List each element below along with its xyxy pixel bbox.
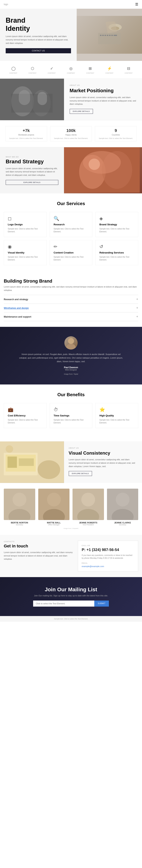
benefit-title-1: Cost Efficiency bbox=[8, 414, 42, 417]
testimonial-avatar-placeholder bbox=[64, 336, 78, 349]
contact-label: CONTACTS bbox=[4, 540, 74, 542]
svg-point-21 bbox=[89, 159, 100, 170]
footer-text: Sample text. Click to select the Test El… bbox=[4, 618, 138, 620]
team-section: BERTIE NORTON Secretary MATTIE BALL Offi… bbox=[0, 483, 142, 535]
team-photo-placeholder-1 bbox=[4, 489, 35, 520]
team-svg-2 bbox=[38, 489, 70, 520]
accordion-plus-1: + bbox=[136, 297, 138, 301]
svg-rect-6 bbox=[111, 35, 113, 36]
contact-title: Get in touch bbox=[4, 544, 74, 549]
mailing-title: Join Our Mailing List bbox=[4, 587, 138, 593]
hero-title: Brand Identity bbox=[6, 16, 71, 32]
benefit-title-3: High Quality bbox=[100, 414, 134, 417]
building-description: Lorem ipsum dolor sit amet, consectetur … bbox=[4, 285, 138, 292]
brand-strategy-cta-button[interactable]: EXPLORE DETAILS bbox=[6, 180, 58, 185]
benefit-card-1: 💼 Cost Efficiency Sample text. Click to … bbox=[4, 403, 47, 428]
mailing-email-input[interactable] bbox=[33, 600, 94, 607]
svg-rect-28 bbox=[19, 459, 34, 466]
visual-consistency-cta-button[interactable]: EXPLORE DETAILS bbox=[69, 471, 92, 476]
icon-item-6[interactable]: ⚡ CONTENT bbox=[106, 65, 113, 74]
accordion-item-3[interactable]: Maintenance and support + bbox=[4, 312, 138, 321]
brand-strategy-image-svg bbox=[64, 147, 140, 193]
svg-rect-15 bbox=[19, 90, 30, 105]
icon-item-7[interactable]: ⊟ CONTENT bbox=[124, 65, 133, 74]
about-title: Market Positioning bbox=[70, 88, 137, 94]
team-member-1: BERTIE NORTON Secretary bbox=[4, 489, 35, 526]
team-svg-1 bbox=[4, 489, 35, 520]
services-section: Our Services ◻ Logo Design Sample text. … bbox=[0, 193, 142, 273]
team-member-4: JENNIE CLARKE Secretary bbox=[107, 489, 138, 526]
team-grid: BERTIE NORTON Secretary MATTIE BALL Offi… bbox=[4, 489, 138, 526]
team-role-3: Vice President bbox=[73, 524, 104, 526]
brand-strategy-description: Lorem ipsum dolor sit amet, consectetur … bbox=[6, 167, 58, 177]
svg-rect-16 bbox=[38, 92, 47, 105]
team-role-1: Secretary bbox=[4, 524, 35, 526]
icon-item-1[interactable]: ◯ CONTENT bbox=[9, 65, 18, 74]
stat-value-1: +7k bbox=[7, 128, 45, 133]
stat-item-3: 9 Countries Sample text. Click to select… bbox=[95, 126, 137, 142]
content-icon-6: ⚡ bbox=[106, 65, 112, 71]
service-title-3: Brand Strategy bbox=[100, 223, 134, 226]
about-cta-button[interactable]: EXPLORE DETAILS bbox=[70, 109, 93, 114]
hamburger-menu-icon[interactable]: ☰ bbox=[135, 2, 138, 6]
icon-item-2[interactable]: ⬡ CONTENT bbox=[29, 65, 36, 74]
testimonial-avatar bbox=[64, 336, 78, 349]
company-icon: ◎ bbox=[68, 65, 74, 71]
visual-consistency-section: ABOUT US Visual Consistency Lorem ipsum … bbox=[0, 441, 142, 483]
content-icon-5: ⊞ bbox=[87, 65, 93, 71]
high-quality-icon: ⭐ bbox=[100, 407, 134, 412]
content-icon-3: ✓ bbox=[49, 65, 55, 71]
contact-section: CONTACTS Get in touch Lorem ipsum dolor … bbox=[0, 535, 142, 577]
team-photo-placeholder-2 bbox=[38, 489, 70, 520]
testimonial-title: Web Designer bbox=[65, 369, 77, 371]
stat-value-2: 100k bbox=[52, 128, 90, 133]
svg-point-30 bbox=[6, 445, 13, 453]
stat-label-3: Countries bbox=[97, 134, 135, 136]
svg-point-22 bbox=[68, 338, 74, 344]
about-image-placeholder bbox=[0, 79, 64, 120]
service-desc-1: Sample text. Click to select the Test El… bbox=[8, 227, 42, 233]
email-label: EMAIL bbox=[82, 562, 135, 564]
stat-label-2: Happy clients bbox=[52, 134, 90, 136]
time-savings-icon: ⏱ bbox=[54, 407, 88, 412]
accordion-item-1[interactable]: Research and strategy + bbox=[4, 295, 138, 304]
svg-rect-5 bbox=[109, 35, 111, 36]
about-label: ABOUT US bbox=[70, 84, 137, 86]
service-title-1: Logo Design bbox=[8, 223, 42, 226]
contact-email: example@example.com bbox=[82, 565, 135, 567]
service-card-1: ◻ Logo Design Sample text. Click to sele… bbox=[4, 212, 47, 237]
visual-image-svg bbox=[0, 441, 64, 483]
stat-desc-3: Sample text. Click to select the Test El… bbox=[97, 137, 135, 139]
accordion-item-2[interactable]: Wireframes and design + bbox=[4, 304, 138, 312]
stats-section: +7k Worldwide projects Sample text. Clic… bbox=[0, 120, 142, 147]
content-creation-icon: ✏ bbox=[54, 244, 88, 249]
testimonial-section: Vorem ipsum pulvinar, mi sod. Feugiat di… bbox=[0, 327, 142, 384]
icons-row: ◯ CONTENT ⬡ CONTENT ✓ CONTENT ◎ COMPANY … bbox=[0, 61, 142, 79]
phone-number: P: +1 (324) 987-56-54 bbox=[82, 548, 135, 552]
content-icon-2: ⬡ bbox=[30, 65, 36, 71]
service-title-6: Rebranding Services bbox=[100, 251, 134, 254]
accordion-label-2: Wireframes and design bbox=[4, 307, 29, 309]
accordion-plus-2: + bbox=[136, 306, 138, 310]
hero-cta-button[interactable]: CONTACT US bbox=[6, 48, 71, 53]
icon-item-5[interactable]: ⊞ CONTENT bbox=[86, 65, 94, 74]
svg-rect-27 bbox=[7, 457, 17, 468]
benefit-title-2: Time Savings bbox=[54, 414, 88, 417]
services-title: Our Services bbox=[4, 201, 138, 206]
icon-item-3[interactable]: ✓ CONTENT bbox=[48, 65, 56, 74]
benefit-card-2: ⏱ Time Savings Sample text. Click to sel… bbox=[50, 403, 92, 428]
visual-identity-icon: ◉ bbox=[8, 244, 42, 249]
brand-what-label: WHAT WE DO bbox=[6, 156, 58, 158]
rebranding-icon: ↺ bbox=[100, 244, 134, 249]
logo-design-icon: ◻ bbox=[8, 216, 42, 221]
team-photo-2 bbox=[38, 489, 70, 520]
stat-value-3: 9 bbox=[97, 128, 135, 133]
service-card-4: ◉ Visual Identity Sample text. Click to … bbox=[4, 240, 47, 265]
team-name-3: JENNIE ROBERTS bbox=[73, 522, 104, 524]
team-role-2: Office Manager bbox=[38, 524, 70, 526]
svg-rect-3 bbox=[105, 35, 106, 36]
icon-item-4[interactable]: ◎ COMPANY bbox=[67, 65, 75, 74]
service-desc-3: Sample text. Click to select the Test El… bbox=[100, 227, 134, 233]
about-description: Lorem ipsum dolor sit amet, consectetur … bbox=[70, 96, 137, 106]
mailing-submit-button[interactable]: SUBMIT bbox=[94, 600, 109, 607]
